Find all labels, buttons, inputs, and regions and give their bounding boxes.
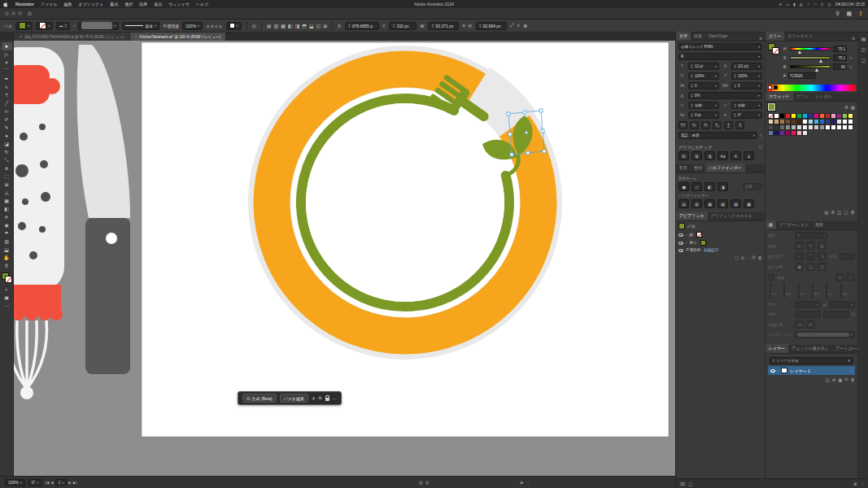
swap-arrows-icon[interactable]: ⇄ bbox=[823, 303, 827, 307]
align-icon-7[interactable]: ◫ bbox=[316, 23, 321, 28]
glyph-snap-button-4[interactable]: A bbox=[731, 151, 741, 160]
swatch-3-0[interactable] bbox=[768, 130, 774, 136]
char-left-1-field[interactable]: ▲▼100%▾ bbox=[688, 72, 719, 80]
appearance-opacity-row[interactable]: 不透明度:初期設定 bbox=[678, 248, 762, 252]
toolbar-bottom-icon-2[interactable]: ⋯ bbox=[2, 302, 12, 310]
line-tool[interactable]: ╱ bbox=[2, 99, 12, 107]
appearance-footer-icon-4[interactable]: 🗑 bbox=[758, 255, 763, 260]
menu-edit[interactable]: 編集 bbox=[61, 2, 76, 7]
generate-button[interactable]: ⊡ 生成 (Beta) bbox=[242, 394, 277, 403]
dash-field-3[interactable]: 間隔 bbox=[812, 284, 825, 298]
expand-button[interactable]: 拡張 bbox=[743, 183, 762, 190]
swatch-1-6[interactable] bbox=[802, 119, 808, 124]
selection-tool[interactable]: ➤ bbox=[2, 42, 12, 50]
layers-footer-icon-3[interactable]: ⧉ bbox=[845, 377, 848, 382]
tab-transparency[interactable]: 透明 bbox=[812, 220, 827, 229]
language-dropdown[interactable]: 英語：米国▾ bbox=[678, 132, 757, 139]
cap-butt-button[interactable]: ⊏ bbox=[795, 242, 804, 250]
swatch-2-12[interactable] bbox=[836, 124, 842, 130]
fill-stroke-indicator[interactable] bbox=[2, 272, 12, 283]
align-center-button[interactable]: ▣ bbox=[795, 263, 804, 271]
opacity-field[interactable]: 100%▾ bbox=[182, 22, 203, 30]
width-profile-dropdown[interactable]: ▾ bbox=[795, 331, 855, 338]
duplicate-icon[interactable]: ⧉ bbox=[319, 395, 322, 401]
fill-stroke-indicator[interactable] bbox=[768, 43, 779, 54]
play-icon[interactable]: ▶ bbox=[521, 480, 524, 485]
swatch-3-2[interactable] bbox=[779, 130, 785, 136]
align-icon-5[interactable]: ⬒ bbox=[302, 23, 307, 28]
swatch-2-10[interactable] bbox=[825, 124, 831, 130]
color-spectrum-bar[interactable] bbox=[767, 85, 856, 91]
stroke-weight-caret[interactable]: ▾ bbox=[73, 24, 75, 28]
toolbar-bottom-icon-1[interactable]: ▣ bbox=[2, 294, 12, 302]
pen-tool[interactable]: ✒ bbox=[2, 75, 12, 83]
display-icon[interactable]: ▭ bbox=[786, 2, 789, 7]
panel-menu-icon[interactable]: ≣ bbox=[852, 36, 857, 41]
glyph-snap-button-2[interactable]: 遠 bbox=[704, 151, 715, 160]
menu-window[interactable]: ウィンドウ bbox=[165, 2, 193, 7]
menu-effect[interactable]: 効果 bbox=[136, 2, 150, 7]
h-field[interactable]: ▲▼82.984 px bbox=[476, 22, 507, 30]
menu-type[interactable]: 書式 bbox=[107, 2, 121, 7]
swatch-1-11[interactable] bbox=[831, 119, 836, 124]
move-icon[interactable]: ✛ bbox=[312, 396, 316, 401]
type-style-button-2[interactable]: T¹ bbox=[701, 121, 710, 129]
dash-field-2[interactable]: 線分 bbox=[798, 284, 811, 298]
font-family-dropdown[interactable]: 小塚ゴシック Pr6N▾ bbox=[678, 43, 762, 50]
stroke-proxy[interactable] bbox=[5, 276, 12, 283]
stroke-weight-field[interactable]: ▬▲▼ bbox=[56, 22, 70, 30]
artboard-tool[interactable]: ⬓ bbox=[2, 246, 12, 254]
shape-mode-button-1[interactable]: ◻ bbox=[691, 182, 702, 191]
align-icon-4[interactable]: ◨ bbox=[295, 23, 300, 28]
tab-graphic-styles[interactable]: グラフィックスタイル bbox=[708, 211, 756, 220]
swatch-3-5[interactable] bbox=[796, 130, 802, 136]
appearance-fill-row[interactable]: ›塗り: bbox=[678, 240, 762, 246]
controlbar-icon-0[interactable]: ⤢ bbox=[510, 23, 514, 28]
search-icon[interactable]: ⚲ bbox=[835, 11, 840, 17]
swatch-footer-icon-0[interactable]: ▤ bbox=[824, 210, 828, 215]
stroke-color-control[interactable]: ▾ bbox=[36, 22, 53, 30]
layers-footer-icon-1[interactable]: ⊕ bbox=[832, 377, 836, 382]
hue-value[interactable]: 75.1 bbox=[833, 46, 847, 52]
x-field[interactable]: ▲▼878.8955 p bbox=[345, 22, 379, 30]
rotation-dropdown[interactable]: 0°▾ bbox=[28, 479, 42, 486]
swatch-1-1[interactable] bbox=[774, 119, 779, 124]
tab-character[interactable]: 文字 bbox=[676, 32, 691, 41]
swatch-1-2[interactable] bbox=[779, 119, 785, 124]
apple-menu-icon[interactable] bbox=[3, 2, 8, 7]
swatch-0-6[interactable] bbox=[802, 113, 808, 119]
char-right-2-field[interactable]: ▲▼0▾ bbox=[731, 82, 762, 89]
menu-object[interactable]: オブジェクト bbox=[76, 2, 107, 7]
lasso-tool[interactable]: ⌒ bbox=[2, 67, 12, 75]
hex-value-field[interactable]: 7C9926 bbox=[788, 72, 816, 79]
share-icon[interactable]: ↥ bbox=[858, 11, 863, 17]
tab-gradient[interactable]: グラデーション bbox=[776, 220, 812, 229]
glyph-snap-button-5[interactable]: ∡ bbox=[744, 151, 754, 160]
swatch-1-0[interactable] bbox=[768, 119, 774, 124]
blob-brush-tool[interactable]: ● bbox=[2, 132, 12, 140]
menubar-clock[interactable]: 3月18日(月) 15:15 bbox=[835, 2, 865, 7]
dash-field-0[interactable]: 線分 bbox=[770, 284, 783, 298]
char-left-3-field[interactable]: ▲▼0%▾ bbox=[688, 92, 762, 99]
dock-footer-icon[interactable]: ⋮ bbox=[861, 481, 866, 486]
align-icon-8[interactable]: ⊞ bbox=[323, 23, 327, 28]
arrow-scale-start-field[interactable] bbox=[795, 311, 821, 318]
arrow-start-dropdown[interactable]: ▾ bbox=[795, 301, 821, 308]
char-left-2-field[interactable]: ▲▼0▾ bbox=[688, 82, 719, 89]
type-tool[interactable]: T bbox=[2, 91, 12, 99]
mesh-tool[interactable]: ▦ bbox=[2, 197, 12, 205]
properties-panel-icon[interactable]: ◫ bbox=[861, 46, 866, 52]
char-right-5-field[interactable]: ▲▼0°▾ bbox=[731, 111, 762, 119]
hand-tool[interactable]: ✋ bbox=[2, 254, 12, 262]
tab-stroke[interactable]: 線 bbox=[765, 220, 776, 229]
layers-footer-icon-0[interactable]: ◫ bbox=[826, 377, 830, 382]
width-profile-dropdown[interactable]: ▾ bbox=[78, 22, 119, 30]
tab-paragraph[interactable]: 段落 bbox=[691, 32, 705, 41]
blend-tool[interactable]: ◉ bbox=[2, 221, 12, 229]
y-field[interactable]: ▲▼332 px bbox=[389, 22, 417, 30]
link-scale-icon[interactable]: ⧉ bbox=[852, 312, 855, 317]
tab-symbols[interactable]: シンボル bbox=[812, 92, 835, 101]
toolbar-bottom-icon-0[interactable]: ◐ bbox=[2, 285, 12, 294]
appearance-footer-icon-1[interactable]: fx bbox=[741, 255, 744, 260]
swatch-footer-icon-1[interactable]: ≣ bbox=[831, 210, 835, 215]
